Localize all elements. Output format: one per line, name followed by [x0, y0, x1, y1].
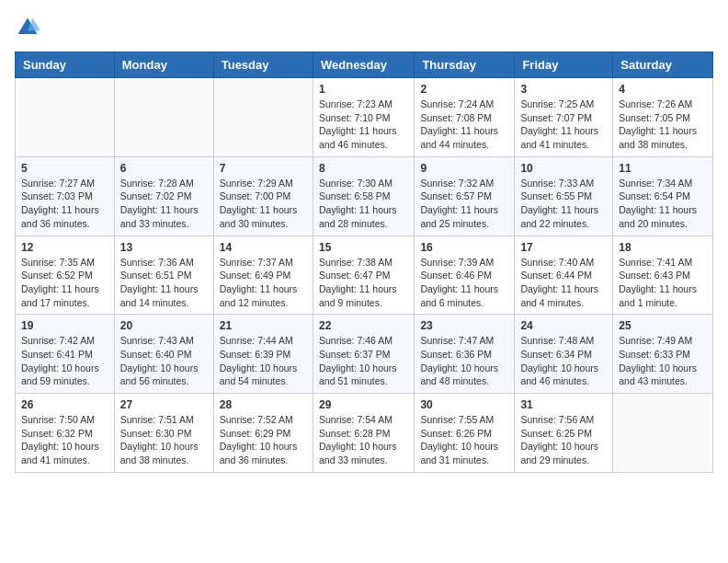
calendar-cell: 15Sunrise: 7:38 AM Sunset: 6:47 PM Dayli… [313, 236, 414, 315]
day-info: Sunrise: 7:39 AM Sunset: 6:46 PM Dayligh… [420, 256, 508, 310]
calendar-cell: 4Sunrise: 7:26 AM Sunset: 7:05 PM Daylig… [613, 78, 713, 157]
calendar-cell: 5Sunrise: 7:27 AM Sunset: 7:03 PM Daylig… [16, 156, 115, 236]
day-info: Sunrise: 7:24 AM Sunset: 7:08 PM Dayligh… [420, 98, 508, 152]
day-number: 23 [420, 319, 508, 332]
day-info: Sunrise: 7:46 AM Sunset: 6:37 PM Dayligh… [319, 334, 408, 388]
day-number: 7 [220, 162, 307, 175]
logo-icon [15, 15, 40, 40]
day-number: 19 [21, 319, 108, 332]
calendar-cell: 2Sunrise: 7:24 AM Sunset: 7:08 PM Daylig… [415, 78, 515, 157]
calendar-cell [114, 78, 213, 157]
calendar-table: SundayMondayTuesdayWednesdayThursdayFrid… [15, 52, 713, 473]
day-info: Sunrise: 7:43 AM Sunset: 6:40 PM Dayligh… [120, 334, 208, 388]
day-number: 31 [520, 398, 607, 411]
day-info: Sunrise: 7:35 AM Sunset: 6:52 PM Dayligh… [21, 256, 108, 310]
calendar-cell: 30Sunrise: 7:55 AM Sunset: 6:26 PM Dayli… [415, 394, 515, 473]
day-info: Sunrise: 7:47 AM Sunset: 6:36 PM Dayligh… [420, 334, 508, 388]
calendar-cell: 26Sunrise: 7:50 AM Sunset: 6:32 PM Dayli… [16, 394, 115, 473]
calendar-cell: 16Sunrise: 7:39 AM Sunset: 6:46 PM Dayli… [415, 236, 515, 315]
day-number: 18 [619, 241, 707, 254]
day-info: Sunrise: 7:27 AM Sunset: 7:03 PM Dayligh… [21, 177, 108, 231]
calendar-cell: 29Sunrise: 7:54 AM Sunset: 6:28 PM Dayli… [313, 394, 414, 473]
day-info: Sunrise: 7:55 AM Sunset: 6:26 PM Dayligh… [420, 413, 508, 467]
day-info: Sunrise: 7:26 AM Sunset: 7:05 PM Dayligh… [619, 98, 707, 152]
calendar-week-row: 19Sunrise: 7:42 AM Sunset: 6:41 PM Dayli… [16, 315, 713, 394]
day-number: 9 [420, 162, 508, 175]
day-info: Sunrise: 7:42 AM Sunset: 6:41 PM Dayligh… [21, 334, 108, 388]
calendar-cell: 19Sunrise: 7:42 AM Sunset: 6:41 PM Dayli… [16, 315, 115, 394]
day-number: 20 [120, 319, 208, 332]
day-info: Sunrise: 7:30 AM Sunset: 6:58 PM Dayligh… [319, 177, 408, 231]
day-info: Sunrise: 7:23 AM Sunset: 7:10 PM Dayligh… [319, 98, 408, 152]
day-number: 30 [420, 398, 508, 411]
calendar-cell [613, 394, 713, 473]
day-number: 15 [319, 241, 408, 254]
calendar-cell: 25Sunrise: 7:49 AM Sunset: 6:33 PM Dayli… [613, 315, 713, 394]
calendar-cell: 8Sunrise: 7:30 AM Sunset: 6:58 PM Daylig… [313, 156, 414, 236]
day-info: Sunrise: 7:49 AM Sunset: 6:33 PM Dayligh… [619, 334, 707, 388]
calendar-cell [16, 78, 115, 157]
day-info: Sunrise: 7:34 AM Sunset: 6:54 PM Dayligh… [619, 177, 707, 231]
day-info: Sunrise: 7:32 AM Sunset: 6:57 PM Dayligh… [420, 177, 508, 231]
day-info: Sunrise: 7:25 AM Sunset: 7:07 PM Dayligh… [520, 98, 607, 152]
day-number: 4 [619, 83, 707, 96]
day-number: 5 [21, 162, 108, 175]
day-number: 3 [520, 83, 607, 96]
calendar-cell: 9Sunrise: 7:32 AM Sunset: 6:57 PM Daylig… [415, 156, 515, 236]
calendar-cell: 7Sunrise: 7:29 AM Sunset: 7:00 PM Daylig… [213, 156, 313, 236]
calendar-cell: 31Sunrise: 7:56 AM Sunset: 6:25 PM Dayli… [515, 394, 613, 473]
calendar-cell: 24Sunrise: 7:48 AM Sunset: 6:34 PM Dayli… [515, 315, 613, 394]
page-header [15, 15, 713, 40]
day-number: 12 [21, 241, 108, 254]
day-number: 28 [220, 398, 307, 411]
day-number: 2 [420, 83, 508, 96]
weekday-header-thursday: Thursday [415, 52, 515, 78]
calendar-week-row: 1Sunrise: 7:23 AM Sunset: 7:10 PM Daylig… [16, 78, 713, 157]
day-number: 17 [520, 241, 607, 254]
calendar-cell: 11Sunrise: 7:34 AM Sunset: 6:54 PM Dayli… [613, 156, 713, 236]
day-number: 1 [319, 83, 408, 96]
day-info: Sunrise: 7:41 AM Sunset: 6:43 PM Dayligh… [619, 256, 707, 310]
logo [15, 15, 44, 40]
weekday-header-saturday: Saturday [613, 52, 713, 78]
calendar-week-row: 26Sunrise: 7:50 AM Sunset: 6:32 PM Dayli… [16, 394, 713, 473]
day-info: Sunrise: 7:48 AM Sunset: 6:34 PM Dayligh… [520, 334, 607, 388]
calendar-cell: 14Sunrise: 7:37 AM Sunset: 6:49 PM Dayli… [213, 236, 313, 315]
day-info: Sunrise: 7:33 AM Sunset: 6:55 PM Dayligh… [520, 177, 607, 231]
calendar-week-row: 12Sunrise: 7:35 AM Sunset: 6:52 PM Dayli… [16, 236, 713, 315]
weekday-header-tuesday: Tuesday [213, 52, 313, 78]
day-info: Sunrise: 7:37 AM Sunset: 6:49 PM Dayligh… [220, 256, 307, 310]
day-number: 11 [619, 162, 707, 175]
day-number: 16 [420, 241, 508, 254]
day-info: Sunrise: 7:54 AM Sunset: 6:28 PM Dayligh… [319, 413, 408, 467]
day-info: Sunrise: 7:50 AM Sunset: 6:32 PM Dayligh… [21, 413, 108, 467]
day-number: 29 [319, 398, 408, 411]
calendar-cell: 1Sunrise: 7:23 AM Sunset: 7:10 PM Daylig… [313, 78, 414, 157]
day-number: 22 [319, 319, 408, 332]
day-info: Sunrise: 7:51 AM Sunset: 6:30 PM Dayligh… [120, 413, 208, 467]
calendar-cell: 10Sunrise: 7:33 AM Sunset: 6:55 PM Dayli… [515, 156, 613, 236]
day-info: Sunrise: 7:40 AM Sunset: 6:44 PM Dayligh… [520, 256, 607, 310]
day-number: 10 [520, 162, 607, 175]
day-info: Sunrise: 7:38 AM Sunset: 6:47 PM Dayligh… [319, 256, 408, 310]
calendar-cell: 20Sunrise: 7:43 AM Sunset: 6:40 PM Dayli… [114, 315, 213, 394]
weekday-header-monday: Monday [114, 52, 213, 78]
calendar-cell: 6Sunrise: 7:28 AM Sunset: 7:02 PM Daylig… [114, 156, 213, 236]
day-info: Sunrise: 7:36 AM Sunset: 6:51 PM Dayligh… [120, 256, 208, 310]
calendar-cell: 27Sunrise: 7:51 AM Sunset: 6:30 PM Dayli… [114, 394, 213, 473]
calendar-cell: 23Sunrise: 7:47 AM Sunset: 6:36 PM Dayli… [415, 315, 515, 394]
weekday-header-friday: Friday [515, 52, 613, 78]
day-info: Sunrise: 7:52 AM Sunset: 6:29 PM Dayligh… [220, 413, 307, 467]
calendar-cell [213, 78, 313, 157]
calendar-cell: 21Sunrise: 7:44 AM Sunset: 6:39 PM Dayli… [213, 315, 313, 394]
day-number: 27 [120, 398, 208, 411]
day-number: 6 [120, 162, 208, 175]
day-number: 25 [619, 319, 707, 332]
calendar-cell: 3Sunrise: 7:25 AM Sunset: 7:07 PM Daylig… [515, 78, 613, 157]
day-number: 21 [220, 319, 307, 332]
day-number: 24 [520, 319, 607, 332]
day-info: Sunrise: 7:56 AM Sunset: 6:25 PM Dayligh… [520, 413, 607, 467]
calendar-cell: 12Sunrise: 7:35 AM Sunset: 6:52 PM Dayli… [16, 236, 115, 315]
day-info: Sunrise: 7:28 AM Sunset: 7:02 PM Dayligh… [120, 177, 208, 231]
calendar-cell: 17Sunrise: 7:40 AM Sunset: 6:44 PM Dayli… [515, 236, 613, 315]
